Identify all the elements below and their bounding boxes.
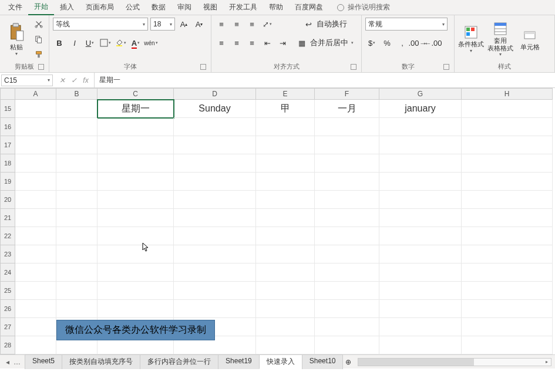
cell[interactable] bbox=[97, 154, 174, 173]
percent-button[interactable]: % bbox=[381, 36, 393, 49]
row-header[interactable]: 20 bbox=[0, 191, 15, 209]
cell[interactable] bbox=[315, 227, 379, 245]
cell[interactable] bbox=[379, 245, 462, 263]
dialog-launcher-icon[interactable] bbox=[351, 64, 356, 70]
underline-button[interactable]: U bbox=[83, 36, 96, 49]
fill-color-button[interactable] bbox=[114, 36, 127, 49]
align-left-button[interactable]: ≡ bbox=[215, 36, 228, 49]
cell[interactable] bbox=[15, 136, 56, 154]
horizontal-scrollbar[interactable]: ◂▸ bbox=[358, 358, 551, 366]
cell[interactable] bbox=[379, 300, 462, 318]
cell[interactable] bbox=[174, 191, 256, 209]
cell[interactable] bbox=[256, 154, 315, 173]
cell[interactable] bbox=[56, 209, 97, 227]
cell[interactable] bbox=[256, 300, 315, 318]
format-as-table-button[interactable]: 套用 表格格式▾ bbox=[487, 18, 513, 61]
copy-button[interactable] bbox=[32, 33, 45, 46]
cell[interactable] bbox=[15, 154, 56, 173]
cell[interactable] bbox=[462, 336, 553, 354]
wrap-text-button[interactable]: ↩ 自动换行 bbox=[296, 18, 356, 31]
select-all-corner[interactable] bbox=[0, 88, 15, 100]
cell[interactable] bbox=[315, 154, 379, 173]
tab-help[interactable]: 帮助 bbox=[263, 0, 289, 15]
cell[interactable] bbox=[256, 282, 315, 300]
tell-me-search[interactable]: 操作说明搜索 bbox=[337, 2, 390, 12]
tab-baidu[interactable]: 百度网盘 bbox=[289, 0, 329, 15]
cell[interactable] bbox=[379, 118, 462, 136]
cell[interactable] bbox=[56, 245, 97, 263]
tab-data[interactable]: 数据 bbox=[146, 0, 171, 15]
cell[interactable]: january bbox=[379, 100, 462, 118]
cell[interactable] bbox=[256, 209, 315, 227]
spreadsheet-grid[interactable]: A B C D E F G H 15星期一Sunday甲一月january161… bbox=[0, 88, 555, 354]
cell[interactable] bbox=[462, 245, 553, 263]
cancel-formula-button[interactable]: ✕ bbox=[58, 76, 67, 85]
cell[interactable] bbox=[379, 318, 462, 336]
row-header[interactable]: 26 bbox=[0, 300, 15, 318]
cell[interactable] bbox=[256, 173, 315, 191]
cell[interactable] bbox=[315, 336, 379, 354]
cell[interactable] bbox=[462, 154, 553, 173]
cell[interactable] bbox=[97, 118, 174, 136]
row-header[interactable]: 18 bbox=[0, 154, 15, 173]
comma-button[interactable]: , bbox=[396, 36, 409, 49]
cell[interactable] bbox=[462, 136, 553, 154]
col-header[interactable]: G bbox=[379, 88, 462, 100]
cell[interactable] bbox=[379, 154, 462, 173]
cell[interactable] bbox=[15, 300, 56, 318]
row-header[interactable]: 27 bbox=[0, 318, 15, 336]
cell[interactable]: Sunday bbox=[174, 100, 256, 118]
sheet-tab[interactable]: 按类别自动填充序号 bbox=[62, 354, 140, 369]
merge-center-button[interactable]: ▦ 合并后居中 bbox=[296, 36, 356, 49]
row-header[interactable]: 17 bbox=[0, 136, 15, 154]
paste-button[interactable]: 粘贴 ▾ bbox=[4, 18, 29, 61]
row-header[interactable]: 25 bbox=[0, 282, 15, 300]
align-center-button[interactable]: ≡ bbox=[230, 36, 243, 49]
cell[interactable] bbox=[256, 136, 315, 154]
align-top-button[interactable]: ≡ bbox=[215, 18, 228, 31]
cut-button[interactable] bbox=[32, 18, 45, 31]
sheet-nav-first[interactable]: ◂ bbox=[4, 358, 12, 366]
accounting-format-button[interactable]: $ bbox=[365, 36, 378, 49]
conditional-format-button[interactable]: 条件格式▾ bbox=[458, 18, 484, 61]
cell[interactable] bbox=[256, 336, 315, 354]
cell[interactable] bbox=[56, 300, 97, 318]
cell[interactable] bbox=[315, 191, 379, 209]
cell[interactable] bbox=[56, 227, 97, 245]
decrease-decimal-button[interactable]: ←.00 bbox=[426, 36, 439, 49]
row-header[interactable]: 24 bbox=[0, 263, 15, 282]
sheet-tab[interactable]: 多行内容合并位一行 bbox=[140, 354, 218, 369]
cell[interactable] bbox=[315, 318, 379, 336]
indent-increase-button[interactable]: ⇥ bbox=[276, 36, 289, 49]
formula-bar[interactable]: 星期一 bbox=[95, 75, 555, 85]
row-header[interactable]: 21 bbox=[0, 209, 15, 227]
col-header[interactable]: H bbox=[462, 88, 553, 100]
cell[interactable] bbox=[315, 263, 379, 282]
cell[interactable] bbox=[379, 263, 462, 282]
cell[interactable] bbox=[462, 209, 553, 227]
cell[interactable] bbox=[462, 100, 553, 118]
sheet-tab[interactable]: Sheet5 bbox=[25, 354, 62, 369]
cell[interactable] bbox=[379, 209, 462, 227]
tab-home[interactable]: 开始 bbox=[28, 0, 54, 15]
cell[interactable] bbox=[97, 245, 174, 263]
cell[interactable] bbox=[256, 245, 315, 263]
align-middle-button[interactable]: ≡ bbox=[230, 18, 243, 31]
font-size-select[interactable]: 18▾ bbox=[150, 18, 175, 31]
row-header[interactable]: 15 bbox=[0, 100, 15, 118]
cell[interactable] bbox=[174, 118, 256, 136]
row-header[interactable]: 22 bbox=[0, 227, 15, 245]
dialog-launcher-icon[interactable] bbox=[200, 64, 206, 70]
bold-button[interactable]: B bbox=[53, 36, 66, 49]
cell[interactable] bbox=[174, 227, 256, 245]
tab-formulas[interactable]: 公式 bbox=[120, 0, 146, 15]
cell[interactable] bbox=[97, 300, 174, 318]
name-box[interactable]: C15▾ bbox=[1, 75, 53, 86]
indent-decrease-button[interactable]: ⇤ bbox=[261, 36, 274, 49]
cell[interactable] bbox=[97, 136, 174, 154]
dialog-launcher-icon[interactable] bbox=[38, 64, 44, 70]
border-button[interactable] bbox=[99, 36, 112, 49]
cell[interactable] bbox=[256, 318, 315, 336]
col-header[interactable]: F bbox=[315, 88, 379, 100]
tab-insert[interactable]: 插入 bbox=[54, 0, 80, 15]
